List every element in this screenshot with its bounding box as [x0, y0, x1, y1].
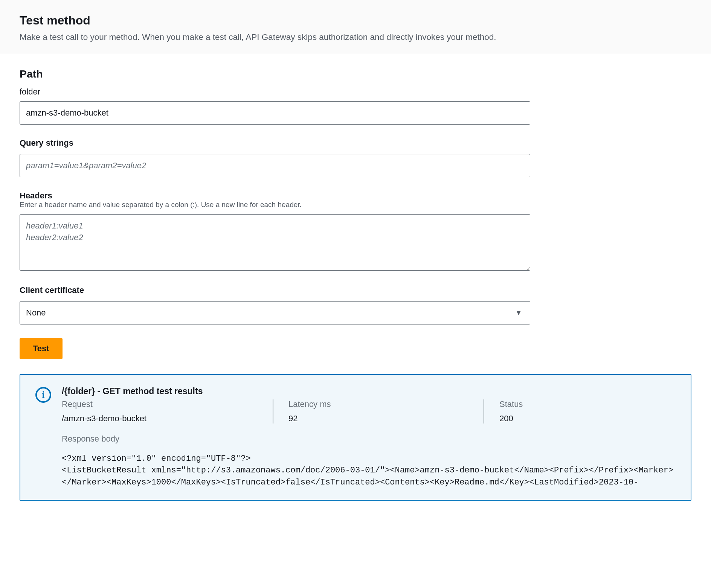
results-status-label: Status: [499, 399, 523, 409]
results-request-col: Request /amzn-s3-demo-bucket: [62, 399, 273, 423]
folder-input[interactable]: [20, 101, 530, 125]
test-results-body: /{folder} - GET method test results Requ…: [62, 386, 676, 489]
page-title: Test method: [20, 14, 691, 27]
headers-heading: Headers: [20, 191, 691, 201]
results-latency-label: Latency ms: [288, 399, 468, 409]
results-latency-col: Latency ms 92: [273, 399, 484, 423]
content-area: Path folder Query strings Headers Enter …: [0, 54, 711, 501]
client-certificate-select[interactable]: None: [20, 301, 530, 324]
results-status-value: 200: [499, 414, 523, 423]
path-section: Path folder: [20, 68, 691, 125]
headers-help: Enter a header name and value separated …: [20, 201, 691, 209]
page-description: Make a test call to your method. When yo…: [20, 31, 691, 43]
path-heading: Path: [20, 68, 691, 80]
query-strings-heading: Query strings: [20, 138, 691, 148]
info-icon: i: [35, 387, 51, 403]
client-certificate-heading: Client certificate: [20, 285, 691, 295]
page-header: Test method Make a test call to your met…: [0, 0, 711, 54]
test-button[interactable]: Test: [20, 338, 63, 359]
headers-textarea[interactable]: [20, 214, 530, 271]
folder-field-label: folder: [20, 87, 691, 97]
results-status-col: Status 200: [484, 399, 538, 423]
test-button-row: Test: [20, 338, 691, 359]
response-body-content: <?xml version="1.0" encoding="UTF-8"?> <…: [62, 453, 676, 489]
query-strings-section: Query strings: [20, 138, 691, 177]
query-strings-input[interactable]: [20, 154, 530, 177]
test-method-page: Test method Make a test call to your met…: [0, 0, 711, 501]
results-request-value: /amzn-s3-demo-bucket: [62, 414, 258, 423]
client-certificate-selected-value: None: [26, 308, 46, 318]
test-results-grid: Request /amzn-s3-demo-bucket Latency ms …: [62, 399, 676, 423]
test-results-title: /{folder} - GET method test results: [62, 386, 676, 396]
client-certificate-select-wrap[interactable]: None ▼: [20, 301, 530, 324]
response-body-label: Response body: [62, 434, 676, 444]
results-request-label: Request: [62, 399, 258, 409]
headers-section: Headers Enter a header name and value se…: [20, 191, 691, 272]
client-certificate-section: Client certificate None ▼: [20, 285, 691, 324]
test-results-panel: i /{folder} - GET method test results Re…: [20, 374, 691, 501]
info-icon-wrap: i: [35, 386, 51, 489]
results-latency-value: 92: [288, 414, 468, 423]
